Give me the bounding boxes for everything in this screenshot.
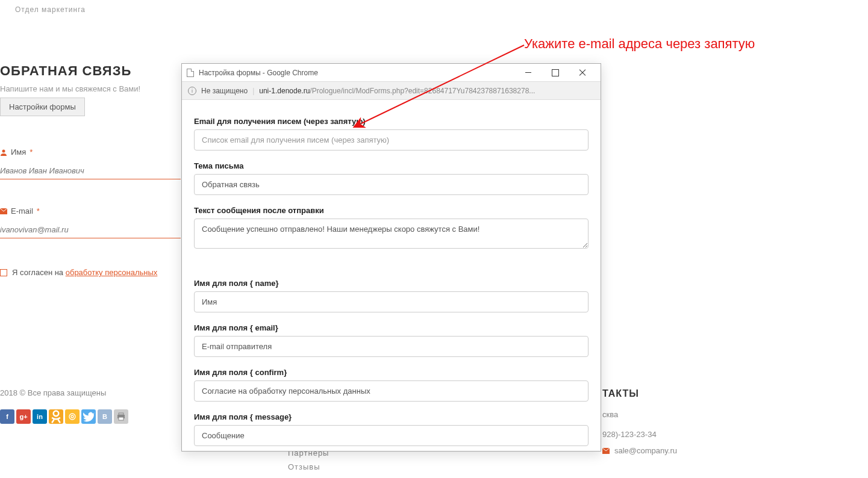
mailru-icon[interactable] <box>65 409 80 424</box>
after-send-textarea[interactable] <box>194 219 589 249</box>
address-bar: i Не защищено | uni-1.denode.ru/Prologue… <box>182 82 601 100</box>
security-status: Не защищено <box>201 87 248 95</box>
annotation-text: Укажите e-mail адреса через запятую <box>524 36 755 52</box>
name-field-input[interactable] <box>194 291 589 312</box>
window-title: Настройка формы - Google Chrome <box>199 69 514 77</box>
svg-point-2 <box>54 411 59 417</box>
footer-contacts: ТАКТЫ сква 928)-123-23-34 sale@company.r… <box>602 388 677 455</box>
feedback-subtitle: Напишите нам и мы свяжемся с Вами! <box>0 84 140 93</box>
minimize-button[interactable] <box>514 64 542 81</box>
mail-row: sale@company.ru <box>602 446 677 455</box>
name-field-label: Имя для поля { name} <box>194 279 589 288</box>
consent-checkbox[interactable] <box>0 269 7 276</box>
svg-point-3 <box>69 414 75 420</box>
popup-body[interactable]: Email для получения писем (через запятую… <box>182 100 601 451</box>
social-bar: f g+ in B <box>0 409 128 424</box>
form-settings-button[interactable]: Настройки формы <box>0 98 85 116</box>
footer-links: Партнеры Отзывы <box>288 449 329 476</box>
name-label: Имя* <box>0 147 181 157</box>
maximize-button[interactable] <box>542 64 569 81</box>
url-display[interactable]: uni-1.denode.ru/Prologue/incl/ModForms.p… <box>259 87 535 95</box>
message-field-input[interactable] <box>194 425 589 446</box>
email-field-label: Имя для поля { email} <box>194 323 589 332</box>
city-row: сква <box>602 410 677 419</box>
svg-point-0 <box>2 149 5 152</box>
svg-point-4 <box>71 415 73 418</box>
email-label: E-mail* <box>0 206 181 216</box>
email-field-group: E-mail* <box>0 206 181 238</box>
copyright-text: 2018 © Все права защищены <box>0 388 106 397</box>
print-icon[interactable] <box>114 409 128 424</box>
email-receive-input[interactable] <box>194 129 589 151</box>
footer-link-reviews[interactable]: Отзывы <box>288 462 329 471</box>
vk-icon[interactable]: B <box>98 409 112 424</box>
confirm-field-label: Имя для поля { confirm} <box>194 368 589 377</box>
contacts-heading: ТАКТЫ <box>602 388 677 399</box>
after-send-label: Текст сообщения после отправки <box>194 206 589 215</box>
name-input[interactable] <box>0 163 181 179</box>
subject-input[interactable] <box>194 174 589 195</box>
consent-row: Я согласен на обработку персональных <box>0 268 157 277</box>
phone-row: 928)-123-23-34 <box>602 430 677 439</box>
close-button[interactable] <box>569 64 596 81</box>
google-plus-icon[interactable]: g+ <box>16 409 31 424</box>
email-input[interactable] <box>0 222 181 238</box>
user-icon <box>0 149 7 156</box>
svg-rect-7 <box>119 417 123 420</box>
envelope-icon <box>602 448 610 454</box>
envelope-icon <box>0 208 7 214</box>
consent-link[interactable]: обработку персональных <box>66 268 158 277</box>
email-field-input[interactable] <box>194 336 589 357</box>
svg-rect-5 <box>119 413 123 415</box>
window-controls <box>514 64 596 81</box>
twitter-icon[interactable] <box>81 409 96 424</box>
form-settings-popup: Настройка формы - Google Chrome i Не защ… <box>181 63 601 452</box>
email-receive-label: Email для получения писем (через запятую… <box>194 117 589 126</box>
name-field-group: Имя* <box>0 147 181 179</box>
window-titlebar: Настройка формы - Google Chrome <box>182 64 601 82</box>
document-icon <box>187 69 194 77</box>
odnoklassniki-icon[interactable] <box>49 409 63 424</box>
info-icon[interactable]: i <box>188 87 196 95</box>
feedback-heading: ОБРАТНАЯ СВЯЗЬ <box>0 63 131 79</box>
message-field-label: Имя для поля { message} <box>194 412 589 421</box>
confirm-field-input[interactable] <box>194 380 589 402</box>
department-label: Отдел маркетинга <box>15 5 86 14</box>
linkedin-icon[interactable]: in <box>33 409 47 424</box>
subject-label: Тема письма <box>194 161 589 170</box>
facebook-icon[interactable]: f <box>0 409 14 424</box>
